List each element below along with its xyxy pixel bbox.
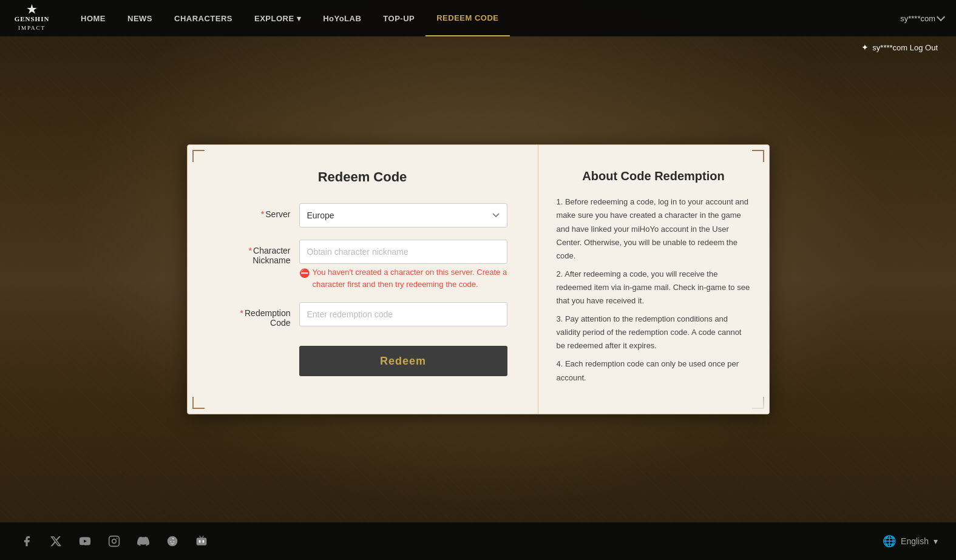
character-field: ⛔ You haven't created a character on thi… [299, 240, 507, 290]
character-input[interactable] [299, 240, 507, 264]
nav-characters[interactable]: CHARACTERS [163, 0, 243, 36]
bilibili-icon[interactable] [193, 533, 210, 550]
youtube-icon[interactable] [76, 533, 93, 550]
facebook-icon[interactable] [18, 533, 35, 550]
footer-social-icons [18, 533, 210, 550]
twitter-icon[interactable] [47, 533, 64, 550]
svg-marker-0 [27, 4, 37, 14]
redemption-input[interactable] [299, 302, 507, 326]
navbar: GENSHIN IMPACT HOME NEWS CHARACTERS EXPL… [0, 0, 956, 36]
card-corner-bl [192, 397, 205, 409]
svg-point-6 [168, 536, 178, 547]
globe-icon: 🌐 [883, 535, 896, 548]
btn-row: Redeem [218, 340, 507, 376]
svg-point-7 [171, 541, 172, 542]
user-menu[interactable]: sy****com [900, 14, 944, 23]
right-panel: About Code Redemption 1. Before redeemin… [538, 145, 769, 413]
nav-news[interactable]: NEWS [117, 0, 163, 36]
server-field: America Europe Asia TW, HK, MO [299, 203, 507, 228]
error-message: ⛔ You haven't created a character on thi… [299, 266, 507, 290]
redemption-label: *RedemptionCode [218, 302, 291, 328]
language-selector[interactable]: 🌐 English ▾ [883, 535, 938, 548]
language-label: English [901, 536, 929, 546]
required-star: * [261, 209, 264, 219]
nav-topup[interactable]: TOP-UP [372, 0, 425, 36]
required-star-2: * [249, 246, 252, 255]
about-point-3: 3. Pay attention to the redemption condi… [557, 312, 751, 353]
redeem-card: Redeem Code *Server America Europe Asia … [187, 144, 770, 414]
character-row: *CharacterNickname ⛔ You haven't created… [218, 240, 507, 290]
server-row: *Server America Europe Asia TW, HK, MO [218, 203, 507, 228]
instagram-icon[interactable] [106, 533, 123, 550]
about-point-4: 4. Each redemption code can only be used… [557, 357, 751, 384]
nav-right: sy****com [900, 14, 944, 23]
nav-links: HOME NEWS CHARACTERS EXPLORE ▾ HoYoLAB T… [70, 0, 900, 36]
reddit-icon[interactable] [164, 533, 181, 550]
card-corner-tl [192, 150, 205, 162]
user-status-text: sy****com Log Out [872, 43, 938, 52]
svg-rect-11 [203, 540, 205, 542]
character-label: *CharacterNickname [218, 240, 291, 265]
star-icon: ✦ [861, 42, 869, 52]
about-point-1: 1. Before redeeming a code, log in to yo… [557, 195, 751, 262]
chevron-down-icon: ▾ [297, 14, 302, 23]
error-icon: ⛔ [299, 267, 310, 280]
user-status-bar: ✦ sy****com Log Out [861, 42, 938, 52]
nav-explore[interactable]: EXPLORE ▾ [243, 0, 312, 36]
server-label: *Server [218, 203, 291, 219]
required-star-3: * [240, 308, 243, 318]
language-chevron-icon: ▾ [934, 536, 938, 546]
svg-rect-10 [199, 540, 201, 542]
nav-hoyolab[interactable]: HoYoLAB [312, 0, 372, 36]
discord-icon[interactable] [135, 533, 152, 550]
logo[interactable]: GENSHIN IMPACT [12, 3, 52, 33]
nav-home[interactable]: HOME [70, 0, 117, 36]
svg-rect-3 [109, 536, 120, 547]
footer: 🌐 English ▾ [0, 522, 956, 560]
nav-redeemcode[interactable]: REDEEM CODE [425, 0, 509, 36]
redemption-row: *RedemptionCode [218, 302, 507, 328]
svg-rect-9 [197, 538, 207, 545]
server-select[interactable]: America Europe Asia TW, HK, MO [299, 203, 507, 228]
svg-point-8 [174, 541, 175, 542]
svg-point-5 [117, 538, 118, 539]
about-info: 1. Before redeeming a code, log in to yo… [557, 195, 751, 389]
user-chevron-icon [937, 13, 945, 21]
main-content: ✦ sy****com Log Out Redeem Code *Server … [0, 36, 956, 522]
about-point-2: 2. After redeeming a code, you will rece… [557, 268, 751, 308]
redeem-button[interactable]: Redeem [299, 346, 507, 376]
svg-text:IMPACT: IMPACT [18, 25, 46, 31]
svg-text:GENSHIN: GENSHIN [15, 15, 50, 22]
svg-point-4 [112, 539, 117, 544]
username-label: sy****com [900, 14, 935, 23]
left-panel: Redeem Code *Server America Europe Asia … [188, 145, 538, 413]
about-title: About Code Redemption [557, 169, 751, 183]
redemption-field [299, 302, 507, 326]
form-title: Redeem Code [218, 169, 507, 185]
